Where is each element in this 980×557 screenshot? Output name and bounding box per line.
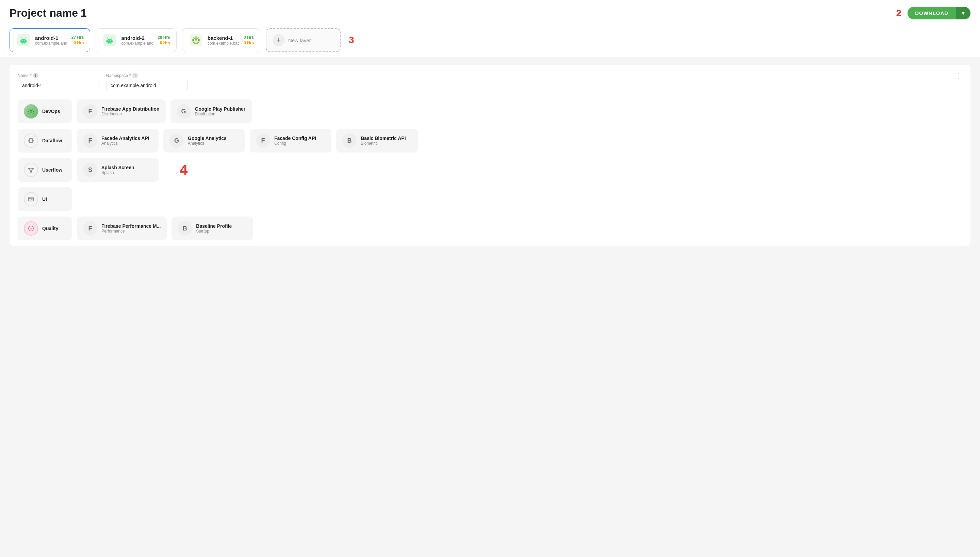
dataflow-name: Dataflow [42, 138, 62, 143]
namespace-info-icon[interactable]: i [132, 73, 138, 78]
header: Project name 1 2 DOWNLOAD ▼ [0, 0, 980, 23]
facade-analytics-icon: F [83, 134, 97, 148]
android-2-icon [102, 33, 117, 48]
new-layer-plus-icon: + [273, 34, 285, 46]
module-card-quality[interactable]: Quality [18, 217, 72, 240]
userflow-name: Userflow [42, 167, 62, 173]
module-card-facade-config[interactable]: F Facade Config API Config [250, 129, 331, 153]
new-layer-num-badge: 3 [346, 28, 354, 52]
modules-row-5: Quality F Firebase Performance M... Perf… [18, 217, 962, 240]
modules-row-4: UI [18, 187, 962, 211]
baseline-profile-text: Baseline Profile Startup [196, 223, 232, 234]
android-1-info: android-1 com.example.and [35, 35, 67, 46]
svg-rect-18 [107, 41, 107, 42]
layer-card-backend-1[interactable]: backend-1 com.example.bac 0 Hrs 0 Hrs [182, 28, 260, 52]
userflow-icon [24, 163, 38, 177]
devops-icon [24, 104, 38, 119]
google-play-text: Google Play Publisher Distribution [195, 106, 246, 116]
google-play-name: Google Play Publisher [195, 106, 246, 112]
backend-1-hrs1: 0 Hrs [243, 35, 254, 40]
modules-row-2: Dataflow F Facade Analytics API Analytic… [18, 129, 962, 153]
google-analytics-sub: Analytics [188, 141, 227, 146]
google-analytics-text: Google Analytics Analytics [188, 135, 227, 146]
module-card-firebase-dist[interactable]: F Firebase App Distribution Distribution [77, 99, 166, 123]
svg-point-32 [28, 138, 33, 143]
android-1-ns: com.example.and [35, 41, 67, 46]
module-card-baseline-profile[interactable]: B Baseline Profile Startup [172, 217, 253, 240]
facade-analytics-sub: Analytics [101, 141, 149, 146]
quality-text: Quality [42, 226, 58, 231]
android-2-hrs2: 0 Hrs [160, 41, 170, 45]
content-card: ⋮ Name* i Namespace* i [10, 65, 970, 246]
svg-rect-8 [26, 41, 27, 42]
firebase-dist-name: Firebase App Distribution [101, 106, 160, 112]
fields-row: Name* i Namespace* i [18, 73, 962, 91]
module-card-firebase-perf[interactable]: F Firebase Performance M... Performance [77, 217, 167, 240]
project-title-num: 1 [81, 7, 87, 20]
svg-rect-9 [22, 42, 23, 44]
android-2-meta: 28 Hrs 0 Hrs [157, 35, 170, 45]
svg-rect-13 [107, 40, 112, 42]
download-chevron-button[interactable]: ▼ [956, 7, 970, 20]
basic-biometric-sub: Biometric [361, 141, 406, 146]
module-card-facade-analytics[interactable]: F Facade Analytics API Analytics [77, 129, 159, 153]
google-play-icon: G [177, 104, 191, 119]
firebase-perf-name: Firebase Performance M... [101, 223, 161, 229]
backend-1-meta: 0 Hrs 0 Hrs [243, 35, 254, 45]
splash-sub: Splash [101, 170, 135, 175]
module-card-userflow[interactable]: Userflow [18, 158, 72, 182]
namespace-input[interactable] [106, 80, 188, 91]
baseline-profile-sub: Startup [196, 229, 232, 234]
baseline-profile-name: Baseline Profile [196, 223, 232, 229]
devops-text: DevOps [42, 109, 60, 114]
svg-line-37 [31, 169, 33, 171]
module-card-ui[interactable]: UI [18, 187, 72, 211]
module-card-google-analytics[interactable]: G Google Analytics Analytics [163, 129, 245, 153]
facade-config-sub: Config [274, 141, 316, 146]
download-button[interactable]: DOWNLOAD [907, 7, 956, 20]
android-1-hrs1: 27 Hrs [71, 35, 84, 40]
facade-analytics-text: Facade Analytics API Analytics [101, 135, 149, 146]
layer-card-android-2[interactable]: android-2 com.example.and 28 Hrs 0 Hrs [96, 28, 176, 52]
ui-name: UI [42, 197, 47, 202]
more-options-button[interactable]: ⋮ [954, 71, 964, 80]
svg-point-35 [30, 171, 32, 173]
firebase-perf-icon: F [83, 221, 97, 236]
module-card-splash[interactable]: S Splash Screen Splash [77, 158, 159, 182]
splash-text: Splash Screen Splash [101, 165, 135, 175]
namespace-label: Namespace* i [106, 73, 188, 78]
main-content: ⋮ Name* i Namespace* i [0, 58, 980, 255]
splash-name: Splash Screen [101, 165, 135, 170]
module-card-basic-biometric[interactable]: B Basic Biometric API Biometric [336, 129, 418, 153]
new-layer-card[interactable]: + New layer... [266, 28, 341, 52]
modules-row-3: Userflow S Splash Screen Splash 4 [18, 158, 962, 182]
ui-text: UI [42, 197, 47, 202]
module-card-dataflow[interactable]: Dataflow [18, 129, 72, 153]
dataflow-text: Dataflow [42, 138, 62, 143]
splash-icon: S [83, 163, 97, 177]
android-1-meta: 27 Hrs 0 Hrs [71, 35, 84, 45]
svg-rect-39 [29, 197, 34, 201]
android-2-hrs1: 28 Hrs [157, 35, 170, 40]
quality-name: Quality [42, 226, 58, 231]
basic-biometric-text: Basic Biometric API Biometric [361, 135, 406, 146]
svg-rect-21 [110, 42, 112, 44]
svg-point-15 [110, 40, 111, 41]
android-2-info: android-2 com.example.and [121, 35, 154, 46]
name-info-icon[interactable]: i [33, 73, 39, 78]
layer-card-android-1[interactable]: android-1 com.example.and 27 Hrs 0 Hrs [10, 28, 90, 52]
svg-rect-40 [29, 198, 31, 199]
num4-badge: 4 [163, 158, 204, 182]
svg-rect-19 [112, 41, 113, 42]
download-button-wrap: DOWNLOAD ▼ [907, 7, 970, 20]
svg-point-4 [24, 40, 25, 41]
module-card-google-play[interactable]: G Google Play Publisher Distribution [170, 99, 252, 123]
firebase-perf-text: Firebase Performance M... Performance [101, 223, 161, 234]
header-right: 2 DOWNLOAD ▼ [896, 7, 970, 20]
svg-rect-10 [24, 42, 26, 44]
layers-row: android-1 com.example.and 27 Hrs 0 Hrs [0, 23, 980, 58]
backend-1-name: backend-1 [208, 35, 240, 41]
name-input[interactable] [18, 80, 99, 91]
backend-1-info: backend-1 com.example.bac [208, 35, 240, 46]
module-card-devops[interactable]: DevOps [18, 99, 72, 123]
